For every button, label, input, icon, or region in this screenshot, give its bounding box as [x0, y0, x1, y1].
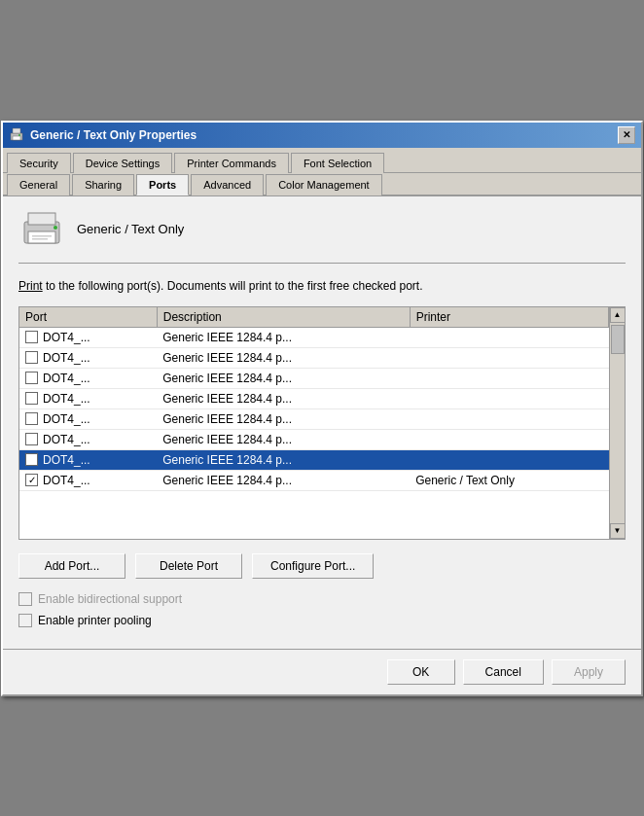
bidirectional-label: Enable bidirectional support — [38, 592, 182, 606]
port-checkbox-3[interactable] — [25, 372, 38, 384]
apply-button[interactable]: Apply — [552, 659, 626, 685]
printer-header: Generic / Text Only — [18, 210, 626, 249]
col-description: Description — [157, 307, 410, 328]
col-port: Port — [19, 307, 157, 328]
tab-advanced[interactable]: Advanced — [191, 174, 264, 195]
svg-rect-5 — [28, 213, 55, 225]
port-table: Port Description Printer DOT4_... Generi… — [19, 307, 609, 491]
tab-sharing[interactable]: Sharing — [72, 174, 134, 195]
svg-rect-7 — [32, 235, 52, 237]
bottom-bar: OK Cancel Apply — [3, 649, 641, 694]
printer-title-icon — [9, 127, 24, 143]
table-row[interactable]: DOT4_... Generic IEEE 1284.4 p... — [19, 368, 609, 388]
table-row[interactable]: DOT4_... Generic IEEE 1284.4 p... — [19, 327, 609, 347]
svg-rect-6 — [28, 231, 55, 243]
tabs-row-2: General Sharing Ports Advanced Color Man… — [3, 173, 641, 196]
table-row[interactable]: DOT4_... Generic IEEE 1284.4 p... Generi… — [19, 470, 609, 490]
add-port-button[interactable]: Add Port... — [18, 553, 125, 579]
bidirectional-checkbox — [18, 592, 32, 606]
svg-rect-2 — [13, 136, 20, 140]
table-row-selected[interactable]: DOT4_... Generic IEEE 1284.4 p... — [19, 449, 609, 470]
port-table-container: Port Description Printer DOT4_... Generi… — [18, 306, 626, 540]
tab-ports[interactable]: Ports — [136, 174, 189, 195]
scroll-down-button[interactable]: ▼ — [610, 523, 626, 539]
table-row[interactable]: DOT4_... Generic IEEE 1284.4 p... — [19, 429, 609, 449]
printer-name-label: Generic / Text Only — [77, 222, 184, 236]
pooling-label: Enable printer pooling — [38, 614, 152, 627]
port-checkbox-6[interactable] — [25, 433, 38, 445]
printer-icon — [18, 210, 65, 249]
title-bar: Generic / Text Only Properties ✕ — [3, 123, 641, 148]
pooling-checkbox[interactable] — [18, 614, 32, 627]
tab-device-settings[interactable]: Device Settings — [73, 153, 172, 173]
tab-font-selection[interactable]: Font Selection — [291, 153, 384, 173]
description-text: Print to the following port(s). Document… — [18, 277, 626, 295]
ok-button[interactable]: OK — [387, 659, 455, 685]
svg-point-9 — [54, 226, 57, 230]
scroll-thumb[interactable] — [611, 325, 625, 354]
port-checkbox-8[interactable] — [25, 474, 38, 486]
port-checkbox-5[interactable] — [25, 412, 38, 425]
table-row[interactable]: DOT4_... Generic IEEE 1284.4 p... — [19, 408, 609, 429]
close-button[interactable]: ✕ — [618, 126, 635, 144]
port-checkbox-1[interactable] — [25, 331, 38, 343]
tab-printer-commands[interactable]: Printer Commands — [174, 153, 289, 173]
bidirectional-option: Enable bidirectional support — [18, 592, 626, 606]
port-table-scroll[interactable]: Port Description Printer DOT4_... Generi… — [19, 307, 609, 539]
table-row[interactable]: DOT4_... Generic IEEE 1284.4 p... — [19, 347, 609, 368]
cancel-button[interactable]: Cancel — [463, 659, 544, 685]
table-row[interactable]: DOT4_... Generic IEEE 1284.4 p... — [19, 388, 609, 408]
divider — [18, 263, 626, 264]
content-area: Generic / Text Only Print to the followi… — [3, 196, 641, 649]
port-buttons-row: Add Port... Delete Port Configure Port..… — [18, 553, 626, 579]
scrollbar[interactable]: ▲ ▼ — [609, 307, 625, 539]
col-printer: Printer — [410, 307, 608, 328]
tabs-row-1: Security Device Settings Printer Command… — [3, 148, 641, 173]
tab-color-management[interactable]: Color Management — [266, 174, 382, 195]
svg-point-3 — [18, 134, 20, 136]
configure-port-button[interactable]: Configure Port... — [252, 553, 374, 579]
svg-rect-1 — [13, 128, 20, 133]
window-title: Generic / Text Only Properties — [30, 128, 197, 142]
tab-general[interactable]: General — [7, 174, 70, 195]
port-checkbox-4[interactable] — [25, 392, 38, 405]
delete-port-button[interactable]: Delete Port — [135, 553, 242, 579]
tab-security[interactable]: Security — [7, 153, 71, 173]
description-rest: to the following port(s). Documents will… — [43, 279, 423, 293]
pooling-option[interactable]: Enable printer pooling — [18, 614, 626, 627]
print-underline: Print — [18, 279, 43, 293]
port-checkbox-2[interactable] — [25, 351, 38, 364]
port-checkbox-7[interactable] — [25, 453, 38, 466]
main-window: Generic / Text Only Properties ✕ Securit… — [1, 121, 643, 696]
svg-rect-8 — [32, 238, 48, 240]
scroll-up-button[interactable]: ▲ — [610, 307, 626, 323]
